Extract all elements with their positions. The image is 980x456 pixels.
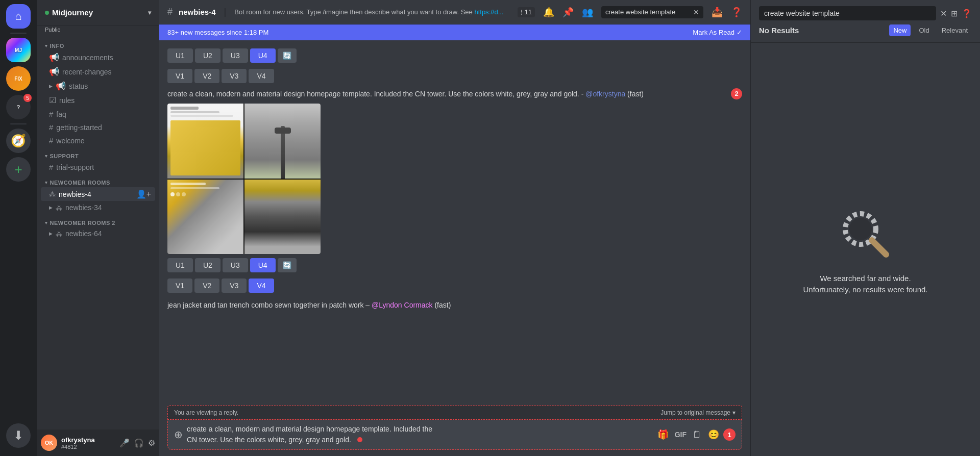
channel-announcements[interactable]: 📢 announcements (41, 50, 155, 64)
search-header: ✕ ⊞ ❓ No Results New Old Relevant (751, 0, 980, 43)
mark-as-read-label: Mark As Read (693, 29, 734, 36)
uv-row-1-top: U1 U2 U3 U4 🔄 (167, 48, 742, 63)
v2-btn-top[interactable]: V2 (194, 69, 219, 83)
u3-btn-msg2[interactable]: U3 (223, 258, 248, 272)
channel-rules[interactable]: ☑ rules (41, 93, 155, 107)
channel-name: getting-started (56, 123, 102, 132)
u2-btn-top[interactable]: U2 (195, 48, 220, 63)
emoji-icon[interactable]: 😊 (708, 429, 719, 440)
hash-icon-ts: # (49, 163, 53, 171)
new-messages-text: 83+ new messages since 1:18 PM (167, 29, 268, 36)
chevron-down-jump: ▾ (732, 409, 736, 416)
add-attachment-button[interactable]: ⊕ (174, 428, 183, 441)
message-mention-ofkrystyna[interactable]: @ofkrystyna (585, 90, 625, 98)
u4-btn-top[interactable]: U4 (250, 48, 276, 63)
v1-btn-top[interactable]: V1 (167, 69, 192, 83)
search-input-value: create website template (605, 8, 689, 16)
message-badge-2: 2 (731, 88, 742, 99)
cn-tower-image-grid[interactable] (167, 104, 321, 254)
megaphone-icon: 📢 (49, 53, 59, 62)
no-results-label: No Results (759, 26, 799, 35)
uv-row-1-msg2: U1 U2 U3 U4 🔄 (167, 258, 742, 272)
thread-count[interactable]: ⁞ 11 (518, 7, 535, 17)
server-icon-home[interactable]: ⌂ (6, 4, 31, 29)
search-help-icon[interactable]: ❓ (962, 9, 972, 18)
v1-btn-msg2[interactable]: V1 (167, 278, 192, 293)
gif-icon[interactable]: GIF (675, 430, 687, 439)
category-newcomer-rooms[interactable]: ▾ NEWCOMER ROOMS (37, 178, 159, 187)
mark-as-read-button[interactable]: Mark As Read ✓ (693, 29, 742, 36)
server-icon-fix[interactable]: FIX (6, 66, 31, 91)
hash-icon-header: # (167, 7, 173, 17)
refresh-btn-top[interactable]: 🔄 (278, 48, 297, 63)
channel-status[interactable]: ▶ 📢 status (41, 79, 155, 93)
search-clear-icon[interactable]: ✕ (693, 8, 699, 16)
megaphone-icon-2: 📢 (49, 67, 59, 77)
filter-new-button[interactable]: New (889, 24, 911, 36)
u2-btn-msg2[interactable]: U2 (195, 258, 220, 272)
header-search-box[interactable]: create website template ✕ (601, 6, 703, 18)
channel-faq[interactable]: # faq (41, 108, 155, 120)
headphones-icon[interactable]: 🎧 (134, 438, 144, 448)
bell-muted-icon[interactable]: 🔔 (543, 7, 554, 18)
search-input[interactable] (759, 6, 936, 20)
v4-btn-msg2[interactable]: V4 (249, 278, 274, 293)
message-text-input[interactable]: create a clean, modern and material desi… (187, 424, 653, 445)
channel-newbies-34[interactable]: ▶ ⁂ newbies-34 (41, 201, 155, 214)
jump-to-original-button[interactable]: Jump to original message ▾ (660, 409, 736, 416)
server-icon-other[interactable]: ? 5 (6, 95, 31, 119)
new-messages-banner[interactable]: 83+ new messages since 1:18 PM Mark As R… (159, 24, 750, 40)
server-name-header[interactable]: Midjourney ▾ (37, 0, 159, 26)
filter-relevant-button[interactable]: Relevant (938, 24, 972, 36)
u1-btn-msg2[interactable]: U1 (167, 258, 193, 272)
search-close-icon[interactable]: ✕ (940, 9, 947, 18)
help-icon[interactable]: ❓ (731, 7, 742, 18)
category-newcomer-rooms-2[interactable]: ▾ NEWCOMER ROOMS 2 (37, 218, 159, 227)
v2-btn-msg2[interactable]: V2 (194, 278, 219, 293)
header-icons: ⁞ 11 🔔 📌 👥 create website template ✕ 📥 ❓ (518, 6, 742, 18)
v3-btn-msg2[interactable]: V3 (222, 278, 247, 293)
filter-old-button[interactable]: Old (915, 24, 933, 36)
input-text-line2: CN tower. Use the colors white, grey, gr… (187, 436, 351, 444)
server-title: Midjourney (52, 8, 93, 17)
category-info[interactable]: ▾ INFO (37, 41, 159, 50)
u3-btn-top[interactable]: U3 (223, 48, 248, 63)
u4-btn-msg2[interactable]: U4 (250, 258, 276, 272)
settings-icon[interactable]: ⚙ (148, 438, 155, 448)
send-badge-number[interactable]: 1 (723, 428, 736, 441)
channel-newbies-64[interactable]: ▶ ⁂ newbies-64 (41, 227, 155, 240)
v3-btn-top[interactable]: V3 (222, 69, 247, 83)
add-member-icon[interactable]: 👤+ (136, 189, 151, 199)
pin-icon[interactable]: 📌 (562, 7, 574, 18)
channel-welcome[interactable]: # welcome (41, 134, 155, 147)
inbox-icon[interactable]: 📥 (712, 7, 723, 18)
gift-icon[interactable]: 🎁 (657, 429, 669, 440)
search-view-toggle-icon[interactable]: ⊞ (951, 9, 958, 18)
u1-btn-top[interactable]: U1 (167, 48, 193, 63)
server-icon-midjourney[interactable]: MJ (6, 38, 31, 62)
channel-recent-changes[interactable]: 📢 recent-changes (41, 65, 155, 79)
jump-to-original-label: Jump to original message (660, 409, 730, 416)
mute-icon[interactable]: 🎤 (119, 438, 130, 448)
members-icon[interactable]: 👥 (582, 7, 593, 18)
channel-getting-started[interactable]: # getting-started (41, 121, 155, 134)
main-content: # newbies-4 | Bot room for new users. Ty… (159, 0, 750, 456)
v-row-msg2: V1 V2 V3 V4 (167, 278, 742, 293)
add-server-button[interactable]: + (6, 157, 31, 182)
channel-trial-support[interactable]: # trial-support (41, 161, 155, 173)
message-content-2a: create a clean, modern and material desi… (167, 90, 585, 98)
refresh-btn-msg2[interactable]: 🔄 (278, 258, 297, 272)
channel-name: rules (59, 96, 75, 105)
message-input-area[interactable]: ⊕ create a clean, modern and material de… (167, 420, 742, 450)
category-support[interactable]: ▾ SUPPORT (37, 151, 159, 160)
channel-newbies-4[interactable]: ⁂ newbies-4 👤+ (41, 187, 155, 201)
mockup-text-bl (170, 183, 206, 185)
mention-lyndon[interactable]: @Lyndon Cormack (372, 301, 433, 309)
dot-1 (170, 192, 175, 196)
sticker-icon[interactable]: 🗒 (693, 429, 702, 440)
user-bar: OK ofkrystyna #4812 🎤 🎧 ⚙ (37, 429, 159, 456)
channel-desc-link[interactable]: https://d... (474, 8, 503, 16)
download-icon[interactable]: ⬇ (6, 423, 31, 448)
v4-btn-top[interactable]: V4 (249, 69, 274, 83)
discover-servers-icon[interactable]: 🧭 (6, 129, 31, 153)
